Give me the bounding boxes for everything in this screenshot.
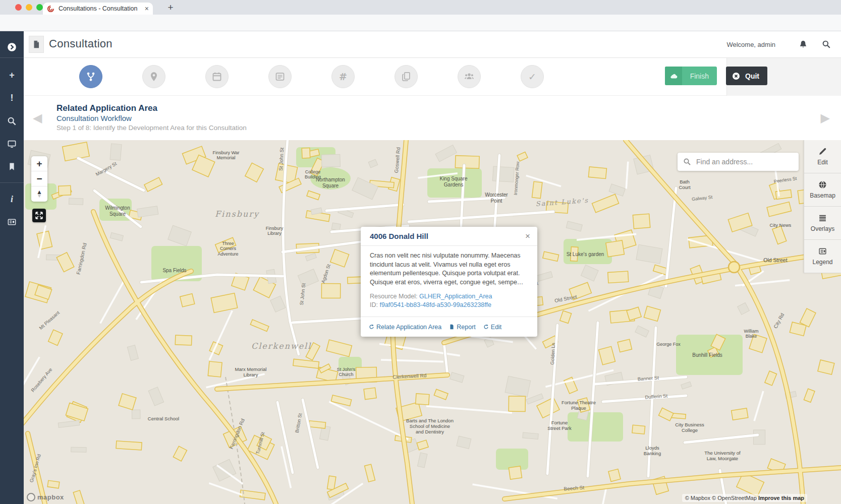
layers-icon xyxy=(818,214,827,222)
sidebar-item-bookmarks[interactable] xyxy=(0,158,24,175)
search-icon xyxy=(683,158,691,166)
popup-action-report[interactable]: Report xyxy=(449,324,476,331)
resource-model-label: Resource Model: xyxy=(370,293,418,300)
browser-tab-bar: Consultations - Consultation × + xyxy=(0,0,841,15)
workflow-step-5[interactable]: # xyxy=(331,65,355,88)
sidebar-divider xyxy=(0,57,24,58)
zoom-in-button[interactable]: + xyxy=(31,156,47,171)
map-zoom-controls: + − ▲▼ xyxy=(31,156,47,202)
popup-actions: Relate Application AreaReportEdit xyxy=(361,317,537,337)
check-icon: ✓ xyxy=(528,71,536,82)
map-attribution: © Mapbox © OpenStreetMap Improve this ma… xyxy=(682,494,807,502)
map-canvas[interactable]: FinsburyClerkenwellSaint Luke'sFinsbury … xyxy=(24,140,841,504)
workflow-step-8[interactable]: ✓ xyxy=(521,65,544,88)
hashtag-icon: # xyxy=(339,71,347,82)
search-icon xyxy=(7,116,17,126)
zoom-out-button[interactable]: − xyxy=(31,171,47,186)
map-label: FinsburyLibrary xyxy=(266,226,284,236)
popup-close-icon[interactable]: × xyxy=(525,232,530,240)
finish-button[interactable]: Finish xyxy=(665,67,717,85)
mapbox-attribution-link[interactable]: © Mapbox xyxy=(685,495,710,501)
sidebar-item-search[interactable] xyxy=(0,112,24,130)
address-search-input[interactable] xyxy=(696,158,794,166)
app-sidebar: +!i xyxy=(0,31,24,504)
workflow-step-6[interactable] xyxy=(395,65,418,88)
map-label: Spa Fields xyxy=(162,268,186,273)
map-label: LloydsBanking xyxy=(644,445,661,456)
sidebar-item-screen[interactable] xyxy=(0,135,24,152)
quit-button[interactable]: Quit xyxy=(726,67,767,85)
app-header: Consultation Welcome, admin xyxy=(0,31,841,58)
popup-title: 4006 Donald Hill xyxy=(370,232,525,240)
report-icon xyxy=(449,324,455,330)
map-tool-label: Basemap xyxy=(810,192,835,199)
osm-attribution-link[interactable]: © OpenStreetMap xyxy=(712,495,757,501)
workflow-step-7[interactable] xyxy=(458,65,481,88)
popup-action-relate-application-area[interactable]: Relate Application Area xyxy=(369,324,441,331)
sidebar-toggle[interactable] xyxy=(0,38,24,55)
welcome-text: Welcome, admin xyxy=(726,41,775,48)
new-tab-button[interactable]: + xyxy=(164,2,177,14)
previous-step-arrow[interactable]: ◀ xyxy=(33,112,42,124)
notifications-bell-icon[interactable] xyxy=(799,40,808,49)
resource-id-link[interactable]: f9af0541-bb83-48fd-a530-99a263238ffe xyxy=(379,301,491,308)
map-tool-legend-button[interactable]: Legend xyxy=(804,240,841,273)
sidebar-item-news[interactable] xyxy=(0,213,24,230)
chevron-circle-right-icon xyxy=(7,42,17,52)
map-tool-edit-button[interactable]: Edit xyxy=(804,140,841,173)
users-icon xyxy=(464,72,474,82)
map-tool-basemap-button[interactable]: Basemap xyxy=(804,173,841,207)
map-label: Golden Ln xyxy=(549,343,556,365)
improve-map-link[interactable]: Improve this map xyxy=(758,495,804,501)
compass-button[interactable]: ▲▼ xyxy=(31,186,47,202)
expand-arrows-icon xyxy=(35,211,43,220)
workflow-step-3[interactable] xyxy=(205,65,229,88)
calendar-icon xyxy=(212,72,222,82)
info-icon: i xyxy=(11,194,13,205)
monitor-icon xyxy=(7,139,17,149)
finish-label: Finish xyxy=(682,67,717,85)
step-subtitle: Consultation Workflow xyxy=(57,113,247,123)
tab-close-icon[interactable]: × xyxy=(145,5,149,13)
map-label: The University ofLaw, Moorgate xyxy=(704,450,741,461)
next-step-arrow[interactable]: ▶ xyxy=(821,112,830,124)
workflow-step-bar: Finish Quit #✓ xyxy=(24,58,841,96)
address-search-box[interactable] xyxy=(678,153,799,171)
window-close-button[interactable] xyxy=(15,4,22,11)
mapbox-logo[interactable]: mapbox xyxy=(27,493,64,501)
browser-toolbar: i localhost:8000/consultations/plugins/c… xyxy=(0,15,841,31)
app-search-icon[interactable] xyxy=(822,40,831,49)
map-label: George Fox xyxy=(656,342,681,347)
sidebar-item-add[interactable]: + xyxy=(0,67,24,84)
sidebar-item-notifications[interactable]: ! xyxy=(0,89,24,106)
map-marker-icon xyxy=(149,72,159,82)
map-label: Old Street xyxy=(763,257,787,263)
popup-action-edit[interactable]: Edit xyxy=(483,324,502,331)
map-label: Central School xyxy=(148,416,179,421)
workflow-actions-panel: Finish Quit xyxy=(726,58,841,96)
window-zoom-button[interactable] xyxy=(36,4,43,11)
workflow-step-1[interactable] xyxy=(79,65,102,88)
globe-icon xyxy=(818,180,827,189)
popup-action-label: Report xyxy=(457,324,476,331)
map-tool-label: Legend xyxy=(812,259,832,266)
map-tool-label: Edit xyxy=(817,159,828,166)
map-label: City News xyxy=(770,222,792,228)
popup-action-label: Relate Application Area xyxy=(376,324,441,331)
popup-meta: Resource Model: GLHER_Application_Area I… xyxy=(370,292,528,309)
workflow-step-4[interactable] xyxy=(268,65,292,88)
resource-model-link[interactable]: GLHER_Application_Area xyxy=(419,293,492,300)
map-label: BathCourt xyxy=(679,179,691,190)
screen: Consultations - Consultation × + i local… xyxy=(0,0,841,504)
sidebar-item-info[interactable]: i xyxy=(0,191,24,208)
quit-label: Quit xyxy=(745,72,759,80)
id-label: ID: xyxy=(370,301,378,308)
browser-tab[interactable]: Consultations - Consultation × xyxy=(43,3,153,15)
fullscreen-button[interactable] xyxy=(32,209,46,222)
popup-description: Cras non velit nec nisi vulputate nonumm… xyxy=(370,251,528,287)
window-minimize-button[interactable] xyxy=(26,4,32,11)
legend-icon xyxy=(818,247,827,256)
workflow-step-2[interactable] xyxy=(142,65,165,88)
map-label: Finsbury xyxy=(215,209,260,219)
map-tool-overlays-button[interactable]: Overlays xyxy=(804,207,841,240)
